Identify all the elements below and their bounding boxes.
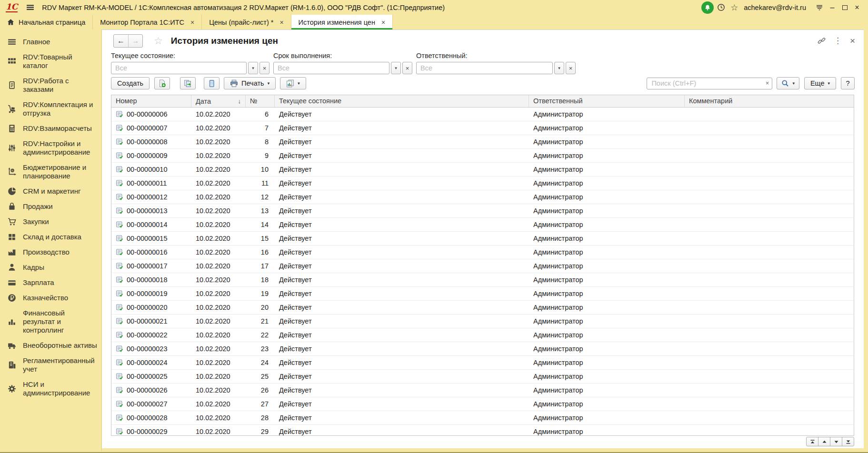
sidebar-item[interactable]: Склад и доставка — [0, 229, 101, 245]
get-link-icon[interactable] — [818, 37, 826, 45]
create-button[interactable]: Создать — [111, 77, 150, 89]
row-state: Действует — [275, 400, 529, 408]
tab-home[interactable]: Начальная страница — [0, 15, 93, 30]
table-row[interactable]: 00-00000022 10.02.2020 22 Действует Адми… — [111, 328, 854, 342]
table-row[interactable]: 00-00000018 10.02.2020 18 Действует Адми… — [111, 273, 854, 287]
sidebar-item[interactable]: Бюджетирование и планирование — [0, 160, 101, 184]
table-row[interactable]: 00-00000016 10.02.2020 16 Действует Адми… — [111, 246, 854, 259]
back-button[interactable]: ← — [114, 35, 128, 47]
clear-search-icon[interactable]: × — [766, 79, 769, 87]
clear-button[interactable]: × — [402, 62, 412, 74]
table-row[interactable]: 00-00000010 10.02.2020 10 Действует Адми… — [111, 163, 854, 177]
column-header-state[interactable]: Текущее состояние — [275, 95, 529, 107]
copy-icon — [184, 79, 192, 88]
more-actions-button[interactable]: Еще ▾ — [804, 77, 836, 89]
table-row[interactable]: 00-00000015 10.02.2020 15 Действует Адми… — [111, 232, 854, 246]
user-email[interactable]: achekarev@rdv-it.ru — [744, 4, 806, 11]
table-row[interactable]: 00-00000020 10.02.2020 20 Действует Адми… — [111, 301, 854, 315]
dropdown-button[interactable]: ▾ — [554, 62, 564, 74]
table-row[interactable]: 00-00000027 10.02.2020 27 Действует Адми… — [111, 397, 854, 411]
table-row[interactable]: 00-00000024 10.02.2020 24 Действует Адми… — [111, 356, 854, 370]
row-state: Действует — [275, 414, 529, 422]
search-button[interactable]: ▾ — [777, 77, 799, 89]
sidebar-item[interactable]: Производство — [0, 245, 101, 260]
tab-close-icon[interactable]: × — [190, 19, 194, 26]
responsible-input[interactable] — [416, 62, 553, 74]
tab-prices[interactable]: Цены (прайс-лист) * × — [202, 15, 291, 30]
table-row[interactable]: 00-00000025 10.02.2020 25 Действует Адми… — [111, 370, 854, 384]
tab-close-icon[interactable]: × — [381, 19, 385, 26]
search-input[interactable] — [647, 78, 772, 89]
sidebar-item[interactable]: RDV:Работа с заказами — [0, 73, 101, 97]
sidebar-item[interactable]: RDV:Товарный каталог — [0, 49, 101, 73]
scroll-to-top-button[interactable] — [806, 437, 818, 446]
more-menu-icon[interactable]: ⋮ — [834, 36, 842, 46]
dropdown-button[interactable]: ▾ — [391, 62, 401, 74]
sidebar-item[interactable]: Финансовый результат и контроллинг — [0, 305, 101, 338]
sidebar-item[interactable]: Главное — [0, 34, 101, 49]
table-row[interactable]: 00-00000012 10.02.2020 12 Действует Адми… — [111, 190, 854, 204]
help-button[interactable]: ? — [841, 77, 855, 89]
column-header-responsible[interactable]: Ответственный — [529, 95, 685, 107]
table-row[interactable]: 00-00000023 10.02.2020 23 Действует Адми… — [111, 342, 854, 356]
sort-desc-icon: ↓ — [238, 98, 241, 105]
column-header-n[interactable]: № — [246, 95, 275, 107]
table-row[interactable]: 00-00000019 10.02.2020 19 Действует Адми… — [111, 287, 854, 301]
tab-close-icon[interactable]: × — [279, 19, 283, 26]
table-row[interactable]: 00-00000014 10.02.2020 14 Действует Адми… — [111, 218, 854, 232]
add-to-favorites-star[interactable]: ☆ — [154, 35, 163, 47]
main-menu-button[interactable] — [26, 3, 34, 11]
table-row[interactable]: 00-00000006 10.02.2020 6 Действует Админ… — [111, 108, 854, 121]
sidebar-item[interactable]: Закупки — [0, 214, 101, 229]
clear-button[interactable]: × — [566, 62, 576, 74]
document-check-icon — [116, 166, 123, 173]
table-row[interactable]: 00-00000017 10.02.2020 17 Действует Адми… — [111, 259, 854, 273]
history-button[interactable] — [714, 1, 728, 14]
create-new-document-button[interactable] — [154, 77, 170, 89]
table-row[interactable]: 00-00000026 10.02.2020 26 Действует Адми… — [111, 384, 854, 397]
scroll-up-button[interactable] — [818, 437, 830, 446]
table-row[interactable]: 00-00000007 10.02.2020 7 Действует Админ… — [111, 121, 854, 135]
close-window-button[interactable]: × — [851, 1, 863, 14]
close-form-icon[interactable]: × — [850, 36, 855, 45]
table-row[interactable]: 00-00000009 10.02.2020 9 Действует Админ… — [111, 149, 854, 163]
sidebar-item[interactable]: Кадры — [0, 260, 101, 275]
sidebar-item[interactable]: Казначейство — [0, 290, 101, 305]
dropdown-button[interactable]: ▾ — [248, 62, 258, 74]
sidebar-item[interactable]: Зарплата — [0, 275, 101, 290]
due-date-input[interactable] — [273, 62, 389, 74]
sidebar-item[interactable]: CRM и маркетинг — [0, 184, 101, 199]
table-row[interactable]: 00-00000021 10.02.2020 21 Действует Адми… — [111, 315, 854, 328]
tab-price-history[interactable]: История изменения цен × — [291, 15, 393, 30]
table-row[interactable]: 00-00000011 10.02.2020 11 Действует Адми… — [111, 177, 854, 190]
sidebar-item[interactable]: Внеоборотные активы — [0, 338, 101, 353]
current-state-input[interactable] — [111, 62, 247, 74]
list-settings-button[interactable] — [204, 77, 219, 89]
notifications-button[interactable] — [701, 1, 714, 14]
sidebar-item[interactable]: Продажи — [0, 199, 101, 214]
sidebar-item[interactable]: RDV:Настройки и администрирование — [0, 136, 101, 160]
minimize-button[interactable]: – — [826, 1, 838, 14]
copy-button[interactable] — [180, 77, 196, 89]
clear-button[interactable]: × — [259, 62, 269, 74]
print-button[interactable]: Печать ▾ — [224, 77, 276, 89]
favorites-button[interactable]: ☆ — [728, 1, 741, 14]
forward-button[interactable]: → — [128, 35, 142, 47]
table-row[interactable]: 00-00000028 10.02.2020 28 Действует Адми… — [111, 411, 854, 425]
sidebar-item[interactable]: RDV:Комплектация и отгрузка — [0, 97, 101, 121]
reports-button[interactable]: ▾ — [280, 77, 306, 89]
maximize-button[interactable] — [838, 1, 851, 14]
column-header-number[interactable]: Номер — [111, 95, 191, 107]
scroll-down-button[interactable] — [830, 437, 842, 446]
service-menu-button[interactable] — [813, 1, 826, 14]
column-header-comment[interactable]: Комментарий — [685, 95, 854, 107]
column-header-date[interactable]: Дата ↓ — [191, 95, 246, 107]
table-row[interactable]: 00-00000008 10.02.2020 8 Действует Админ… — [111, 135, 854, 149]
table-row[interactable]: 00-00000029 10.02.2020 29 Действует Адми… — [111, 425, 854, 436]
tab-its-monitor[interactable]: Монитор Портала 1С:ИТС × — [93, 15, 202, 30]
table-row[interactable]: 00-00000013 10.02.2020 13 Действует Адми… — [111, 204, 854, 218]
sidebar-item[interactable]: Регламентированный учет — [0, 353, 101, 377]
sidebar-item[interactable]: RDV:Взаиморасчеты — [0, 121, 101, 136]
sidebar-item[interactable]: НСИ и администрирование — [0, 377, 101, 401]
scroll-to-bottom-button[interactable] — [842, 437, 854, 446]
